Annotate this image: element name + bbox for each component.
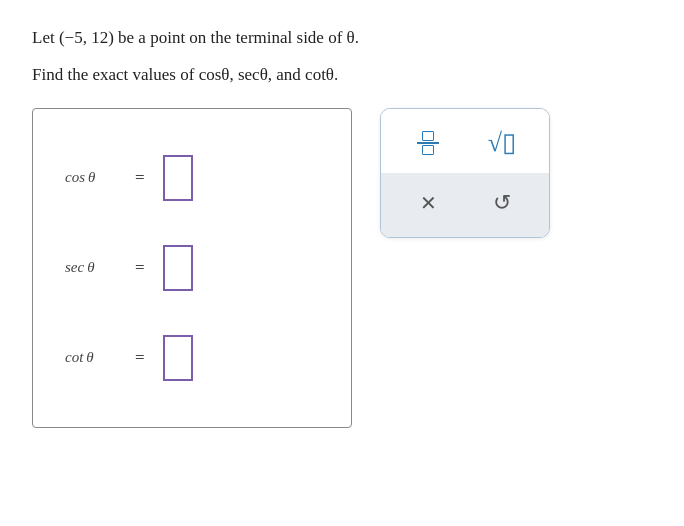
undo-button[interactable]: ↺ [480,183,524,223]
problem-line1: Let (−5, 12) be a point on the terminal … [32,24,652,53]
cos-equals: = [135,168,145,188]
line1-prefix: Let [32,28,59,47]
cot-row: cot θ = [65,313,319,403]
fraction-icon [414,129,442,157]
problem-text: Let (−5, 12) be a point on the terminal … [32,24,652,90]
page: Let (−5, 12) be a point on the terminal … [0,0,684,452]
frac-numerator-box [422,131,434,141]
content-area: cos θ = sec θ = cot θ = [32,108,652,428]
keypad-bottom-row: ✕ ↺ [381,173,549,237]
x-icon: ✕ [420,191,437,215]
clear-button[interactable]: ✕ [406,183,450,223]
cos-label: cos θ [65,169,117,186]
sec-label: sec θ [65,259,117,276]
cot-label: cot θ [65,349,117,366]
problem-line2: Find the exact values of cosθ, secθ, and… [32,61,652,90]
cot-input[interactable] [163,335,193,381]
sec-input[interactable] [163,245,193,291]
keypad-top-row: √▯ [381,109,549,173]
undo-icon: ↺ [493,190,511,216]
frac-denominator-box [422,145,434,155]
keypad: √▯ ✕ ↺ [380,108,550,238]
cos-row: cos θ = [65,133,319,223]
sec-equals: = [135,258,145,278]
sec-row: sec θ = [65,223,319,313]
sqrt-button[interactable]: √▯ [480,123,524,163]
fraction-button[interactable] [406,123,450,163]
line1-point: (−5, 12) [59,28,114,47]
cot-equals: = [135,348,145,368]
frac-line [417,142,439,144]
line1-suffix: be a point on the terminal side of θ. [114,28,359,47]
cos-input[interactable] [163,155,193,201]
sqrt-icon: √▯ [488,130,516,156]
answer-box: cos θ = sec θ = cot θ = [32,108,352,428]
